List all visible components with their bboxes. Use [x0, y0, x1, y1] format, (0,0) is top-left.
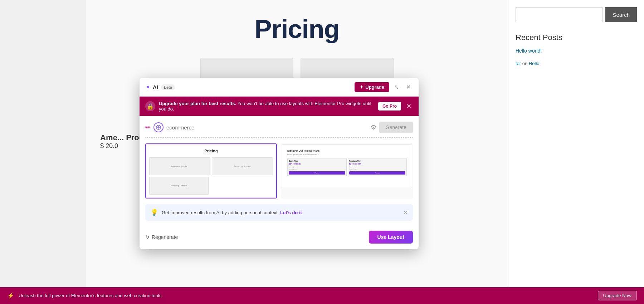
thumb2-plan1-price: $14 / month [289, 163, 345, 165]
upgrade-banner: 🔒 Upgrade your plan for best results. Yo… [140, 97, 419, 116]
context-link[interactable]: Let's do it [280, 210, 302, 215]
thumb2-plan1-btn: Choose [289, 171, 345, 175]
pencil-icon: ✏ [145, 123, 151, 131]
bottom-notification-bar: ⚡ Unleash the full power of Elementor's … [0, 287, 644, 304]
thumb2-plan2-f1: Lorem ipsum [349, 166, 406, 168]
thumb2-plan2-btn: Choose [349, 171, 406, 175]
thumb2-subtitle: Lorem ipsum dolor sit amet consectetur [287, 153, 407, 156]
thumb2-plan2-f2: Lorem ipsum [349, 168, 406, 170]
regenerate-button[interactable]: ↻ Regenerate [145, 234, 178, 240]
thumb1-cards: Awesome Product Awesome Product [149, 157, 273, 175]
lightbulb-icon: 💡 [150, 209, 158, 216]
lock-icon: 🔒 [145, 101, 155, 111]
commenter-link[interactable]: ter [516, 61, 521, 66]
modal-footer: ↻ Regenerate Use Layout [140, 231, 419, 249]
context-text: Get improved results from AI by adding p… [162, 210, 400, 215]
recent-posts-title: Recent Posts [516, 33, 637, 42]
modal-header: ✦ AI Beta ✦ Upgrade ⤡ ✕ [140, 78, 419, 97]
thumb2-plan1-title: Basic Plan [289, 160, 345, 162]
use-layout-button[interactable]: Use Layout [369, 231, 413, 244]
layout-thumb-1-inner: Pricing Awesome Product Awesome Product … [146, 144, 276, 198]
generate-button[interactable]: Generate [379, 122, 413, 133]
ai-sparkle-icon: ✦ [145, 83, 151, 91]
search-input[interactable] [516, 7, 602, 22]
upgrade-icon: ✦ [360, 84, 364, 90]
thumb2-plan2-title: Premium Plan [349, 160, 406, 162]
thumb1-card-3: Amazing Product [149, 177, 209, 195]
search-area: Search [516, 7, 637, 22]
beta-badge: Beta [161, 84, 175, 90]
banner-close-button[interactable]: ✕ [405, 102, 413, 110]
add-context-icon[interactable] [153, 122, 164, 132]
modal-upgrade-button[interactable]: ✦ Upgrade [355, 82, 389, 92]
thumb2-plan1-f2: Lorem ipsum [289, 168, 345, 170]
ai-modal: ✦ AI Beta ✦ Upgrade ⤡ ✕ 🔒 Upgrade your p… [140, 78, 419, 249]
page-heading: Pricing [100, 14, 494, 44]
ai-label: AI [153, 84, 158, 90]
upgrade-banner-text: Upgrade your plan for best results. You … [159, 101, 375, 112]
thumb2-content: Discover Our Pricing Plans Lorem ipsum d… [285, 147, 409, 178]
thumb2-plans: Basic Plan $14 / month Lorem ipsum Lorem… [287, 158, 407, 176]
ai-input-row: ✏ ⚙ Generate [145, 122, 413, 138]
thumb1-card-1: Awesome Product [149, 157, 210, 175]
sidebar-left [0, 0, 86, 304]
thumb2-plan-1: Basic Plan $14 / month Lorem ipsum Lorem… [287, 158, 347, 176]
layout-thumbnails: Pricing Awesome Product Awesome Product … [145, 143, 413, 198]
context-close-button[interactable]: ✕ [403, 209, 408, 216]
layout-thumb-2[interactable]: Discover Our Pricing Plans Lorem ipsum d… [281, 143, 413, 198]
comment-post-link[interactable]: Hello [529, 61, 540, 66]
layout-thumb-2-inner: Discover Our Pricing Plans Lorem ipsum d… [282, 144, 412, 187]
context-banner: 💡 Get improved results from AI by adding… [145, 204, 413, 221]
thumb2-plan2-price: $24 / month [349, 163, 406, 165]
modal-body: ✏ ⚙ Generate Pricing Awesome Product [140, 116, 419, 231]
thumb1-card-2: Awesome Product [212, 157, 273, 175]
tune-icon[interactable]: ⚙ [371, 123, 376, 131]
search-button[interactable]: Search [605, 7, 637, 22]
minimize-button[interactable]: ⤡ [392, 83, 401, 92]
layout-thumb-1[interactable]: Pricing Awesome Product Awesome Product … [145, 143, 277, 198]
sidebar-right: Search Recent Posts Hello world! ter on … [508, 0, 644, 304]
recent-comment: ter on Hello [516, 61, 637, 66]
thumb2-plan1-f1: Lorem ipsum [289, 166, 345, 168]
go-pro-button[interactable]: Go Pro [378, 102, 401, 111]
thumb1-title: Pricing [149, 147, 273, 153]
ai-prompt-input[interactable] [166, 124, 368, 131]
recent-post-link[interactable]: Hello world! [516, 48, 637, 54]
bottom-bar-text: Unleash the full power of Elementor's fe… [19, 293, 594, 298]
bottom-bar-icon: ⚡ [7, 292, 14, 299]
modal-header-actions: ✦ Upgrade ⤡ ✕ [355, 82, 413, 92]
thumb2-header: Discover Our Pricing Plans [287, 149, 407, 152]
regenerate-icon: ↻ [145, 234, 150, 240]
page-title-section: Pricing [100, 7, 494, 58]
thumb1-cards-2: Amazing Product [149, 177, 273, 195]
upgrade-now-button[interactable]: Upgrade Now [598, 291, 637, 300]
modal-close-button[interactable]: ✕ [404, 83, 413, 92]
thumb2-plan-2: Premium Plan $24 / month Lorem ipsum Lor… [348, 158, 407, 176]
